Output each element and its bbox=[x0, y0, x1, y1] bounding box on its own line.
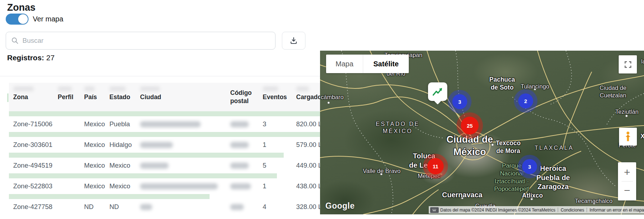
fullscreen-button[interactable] bbox=[619, 55, 637, 73]
cell-perfil bbox=[58, 178, 80, 194]
cluster-marker-red-11[interactable]: 11 bbox=[427, 158, 444, 174]
app-root: Zonas Ver mapa Registros: 27 ZonaPerfilP… bbox=[0, 0, 644, 219]
redacted-header-smudge bbox=[13, 86, 34, 91]
records-value: 27 bbox=[46, 54, 55, 62]
redacted-cell-ciudad bbox=[140, 183, 218, 189]
cell-zona: Zone-522803 bbox=[13, 178, 53, 194]
redacted-cell-cp bbox=[230, 204, 244, 210]
cell-zona: Zone-427758 bbox=[13, 199, 53, 215]
redacted-cell-ciudad bbox=[140, 163, 169, 169]
cell-perfil bbox=[58, 137, 80, 153]
cluster-count: 3 bbox=[452, 94, 467, 109]
trending-up-marker[interactable] bbox=[428, 82, 447, 101]
report-error-link[interactable]: Informar un error en el mapa bbox=[589, 208, 644, 213]
redacted-header-smudge bbox=[296, 86, 309, 91]
redacted-cell-cp bbox=[230, 183, 251, 189]
cluster-marker-blue-3[interactable]: 3 bbox=[452, 94, 467, 109]
cluster-marker-blue-3[interactable]: 3 bbox=[522, 159, 537, 174]
map-label-cuernavaca: Cuernavaca bbox=[442, 190, 482, 200]
map-label-estado-de-mexico: ESTADO DEMÉXICO bbox=[376, 121, 420, 135]
map-panel[interactable]: Tequisquiapandel RíoPachucade SotoTulanc… bbox=[320, 51, 644, 214]
cell-eventos: 4 bbox=[263, 199, 292, 215]
cluster-count: 11 bbox=[427, 158, 444, 174]
map-label-pachuca: Pachucade Soto bbox=[489, 76, 515, 92]
cell-eventos: 3 bbox=[263, 116, 292, 132]
cell-zona: Zone-494519 bbox=[13, 158, 53, 173]
redacted-cell-ciudad bbox=[140, 142, 173, 148]
pegman-icon bbox=[624, 131, 632, 142]
search-input[interactable] bbox=[22, 37, 270, 45]
zoom-in-button[interactable]: + bbox=[618, 164, 636, 180]
cluster-marker-blue-2[interactable]: 2 bbox=[518, 93, 533, 108]
map-attribution-bar: Datos del mapa ©2024 INEGI Imágenes ©202… bbox=[429, 206, 644, 214]
cell-perfil bbox=[58, 158, 80, 173]
cell-pais: Mexico bbox=[84, 158, 105, 173]
map-label-valle-de-bravo: Valle de Bravo bbox=[363, 167, 401, 175]
zoom-out-button[interactable]: − bbox=[618, 183, 636, 198]
cargado-value-bar bbox=[9, 194, 210, 199]
map-type-mapa-button[interactable]: Mapa bbox=[326, 55, 363, 73]
cell-eventos: 1 bbox=[263, 137, 292, 153]
keyboard-shortcuts-icon[interactable] bbox=[430, 207, 439, 213]
zoom-control: + − bbox=[618, 162, 636, 200]
map-label-tecamachalco: Tecamachalco bbox=[575, 197, 612, 205]
cargado-value-bar bbox=[9, 173, 277, 178]
map-label-tlaxcala: TLAXCALA bbox=[535, 144, 574, 152]
records-count: Registros: 27 bbox=[7, 54, 55, 62]
cell-eventos: 1 bbox=[263, 178, 292, 194]
cluster-marker-red-25[interactable]: 25 bbox=[461, 117, 479, 134]
cargado-value-bar bbox=[9, 153, 284, 158]
map-type-control: Mapa Satélite bbox=[326, 55, 409, 73]
cell-perfil bbox=[58, 116, 80, 132]
cluster-count: 3 bbox=[522, 159, 537, 174]
records-label: Registros: bbox=[7, 54, 44, 62]
search-box bbox=[6, 32, 275, 50]
redacted-cell-ciudad bbox=[140, 121, 201, 127]
redacted-header-smudge bbox=[140, 86, 160, 91]
view-map-toggle-row: Ver mapa bbox=[6, 14, 63, 25]
map-label-acambaro: cámbaro bbox=[321, 93, 344, 101]
map-label-la-fragment: la bbox=[641, 58, 644, 65]
redacted-header-smudge bbox=[263, 86, 278, 91]
header-sliver bbox=[7, 93, 9, 102]
fullscreen-icon bbox=[624, 61, 632, 68]
cell-pais: ND bbox=[84, 199, 105, 215]
page-title: Zonas bbox=[7, 2, 36, 13]
redacted-cell-cp bbox=[230, 163, 249, 169]
map-label-atlixco: Atlixco bbox=[522, 192, 543, 199]
town-dot bbox=[328, 102, 330, 104]
redacted-cell-cp bbox=[230, 121, 249, 127]
redacted-cell-cp bbox=[230, 142, 249, 148]
download-icon bbox=[289, 36, 298, 45]
map-roads-layer bbox=[320, 51, 644, 214]
cell-estado: Mexico bbox=[109, 158, 136, 173]
cluster-count: 2 bbox=[518, 93, 533, 108]
map-label-cuetzalan: Ciudad deCuetzalan bbox=[599, 84, 626, 99]
toggle-label: Ver mapa bbox=[33, 15, 63, 23]
redacted-cell-ciudad bbox=[140, 204, 152, 210]
map-type-satelite-button[interactable]: Satélite bbox=[363, 55, 409, 73]
cell-estado: Puebla bbox=[109, 116, 136, 132]
cluster-count: 25 bbox=[461, 117, 479, 134]
map-label-texcoco: Texcocode Mora bbox=[496, 139, 521, 155]
redacted-header-smudge bbox=[84, 86, 95, 91]
map-label-x-fragment: X bbox=[640, 132, 644, 140]
cell-estado: ND bbox=[109, 199, 136, 215]
toggle-knob bbox=[18, 14, 28, 24]
google-logo: Google bbox=[325, 201, 355, 211]
terms-link[interactable]: Condiciones bbox=[561, 208, 584, 213]
pegman-button[interactable] bbox=[619, 128, 637, 146]
cell-pais: Mexico bbox=[84, 178, 105, 194]
download-button[interactable] bbox=[282, 32, 305, 50]
redacted-header-smudge bbox=[109, 86, 126, 91]
map-label-teziutlan: Teziutlán bbox=[615, 108, 638, 116]
map-label-heroica-puebla: HeroicaPuebla deZaragoza bbox=[536, 164, 570, 192]
cell-eventos: 5 bbox=[263, 158, 292, 173]
ver-mapa-toggle[interactable] bbox=[6, 14, 29, 25]
zoom-divider bbox=[622, 181, 633, 182]
cell-pais: Mexico bbox=[84, 137, 105, 153]
cargado-value-bar bbox=[9, 132, 363, 137]
cell-perfil bbox=[58, 199, 80, 215]
cell-zona: Zone-303601 bbox=[13, 137, 53, 153]
search-icon bbox=[11, 37, 19, 45]
